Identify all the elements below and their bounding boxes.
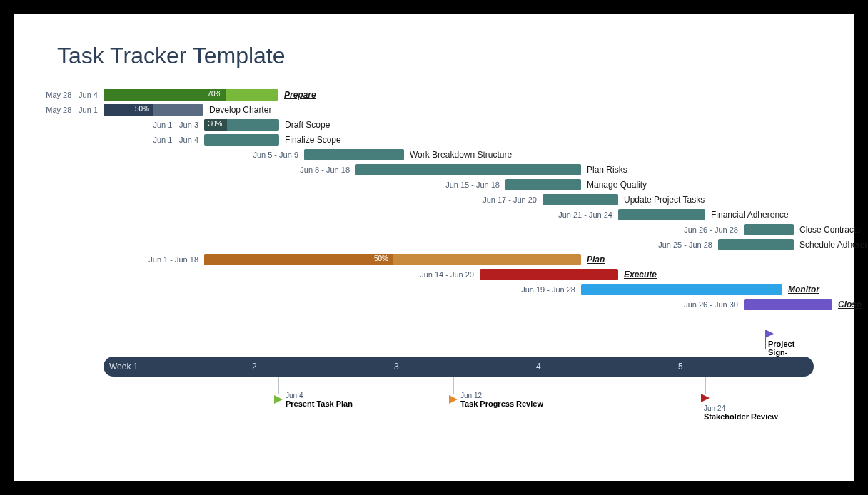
timeline-week: 5 — [672, 357, 814, 377]
task-label: Manage Quality — [587, 180, 647, 190]
task-label: Draft Scope — [285, 120, 330, 130]
task-date-range: Jun 5 - Jun 9 — [253, 150, 298, 159]
task-row: May 28 - Jun 470%Prepare — [64, 89, 849, 102]
task-bar[interactable] — [204, 134, 279, 146]
task-date-range: Jun 26 - Jun 30 — [684, 300, 738, 309]
timeline-week-label: 5 — [672, 362, 683, 372]
task-bar[interactable]: 50% — [104, 104, 203, 116]
task-date-range: Jun 17 - Jun 20 — [483, 195, 537, 204]
milestone-bottom[interactable]: Jun 24Stakeholder Review — [701, 391, 778, 421]
flag-icon — [274, 395, 283, 404]
timeline-week: 4 — [530, 357, 672, 377]
task-label: Financial Adherence — [711, 210, 789, 220]
task-bar-pct: 50% — [374, 255, 388, 262]
task-row: Jun 15 - Jun 18Manage Quality — [64, 179, 849, 192]
task-label: Work Breakdown Structure — [410, 150, 512, 160]
task-date-range: Jun 26 - Jun 28 — [684, 225, 738, 234]
task-row: Jun 25 - Jun 28Schedule Adherence — [64, 239, 849, 252]
phase-label: Prepare — [284, 90, 316, 100]
timeline-axis: Week 12345 — [104, 357, 814, 377]
milestone-label: Jun 12Task Progress Review — [460, 391, 543, 408]
task-row: Jun 1 - Jun 4Finalize Scope — [64, 134, 849, 147]
task-label: Develop Charter — [209, 105, 271, 115]
task-bar-pct: 50% — [135, 105, 149, 113]
task-row: Jun 14 - Jun 20Execute — [64, 269, 849, 282]
task-date-range: Jun 15 - Jun 18 — [445, 180, 500, 189]
task-row: Jun 19 - Jun 28Monitor — [64, 284, 849, 297]
task-bar[interactable] — [480, 269, 618, 280]
timeline-week-label: 4 — [530, 362, 541, 372]
task-bar-progress — [204, 254, 393, 265]
task-label: Plan Risks — [587, 165, 627, 175]
task-bar[interactable]: 70% — [104, 89, 278, 101]
task-date-range: Jun 8 - Jun 18 — [300, 165, 350, 174]
task-date-range: May 28 - Jun 1 — [46, 106, 98, 114]
task-bar[interactable] — [718, 239, 794, 250]
task-bar[interactable] — [505, 179, 581, 190]
task-row: May 28 - Jun 150%Develop Charter — [64, 104, 849, 117]
flag-icon — [449, 395, 458, 404]
milestone-label: Jun 4Present Task Plan — [286, 391, 353, 408]
task-row: Jun 1 - Jun 330%Draft Scope — [64, 119, 849, 132]
task-bar[interactable] — [542, 194, 618, 205]
task-label: Finalize Scope — [285, 135, 341, 145]
task-row: Jun 1 - Jun 1850%Plan — [64, 254, 849, 267]
task-bar[interactable] — [618, 209, 705, 220]
task-date-range: Jun 19 - Jun 28 — [521, 285, 575, 294]
task-bar[interactable] — [744, 299, 832, 310]
task-label: Update Project Tasks — [624, 195, 705, 205]
timeline-week: 3 — [388, 357, 530, 377]
task-row: Jun 5 - Jun 9Work Breakdown Structure — [64, 149, 849, 162]
milestone-label: Jun 24Stakeholder Review — [704, 404, 778, 421]
task-date-range: Jun 25 - Jun 28 — [658, 240, 712, 249]
task-bar[interactable] — [744, 224, 794, 235]
gantt-chart: May 28 - Jun 470%PrepareMay 28 - Jun 150… — [64, 89, 778, 467]
task-row: Jun 26 - Jun 28Close Contracts — [64, 224, 849, 237]
task-bar[interactable]: 50% — [204, 254, 581, 265]
task-date-range: May 28 - Jun 4 — [46, 91, 98, 99]
task-bar[interactable]: 30% — [204, 119, 279, 131]
timeline-week-label: Week 1 — [104, 362, 138, 372]
task-bar[interactable] — [355, 164, 581, 175]
phase-label: Plan — [587, 255, 605, 265]
timeline-week-label: 3 — [388, 362, 399, 372]
page-title: Task Tracker Template — [57, 43, 811, 69]
task-bar-pct: 70% — [207, 90, 221, 98]
phase-label: Close — [838, 300, 862, 310]
task-date-range: Jun 1 - Jun 4 — [153, 136, 198, 144]
milestone-bottom[interactable]: Jun 4Present Task Plan — [274, 391, 353, 408]
timeline-week-label: 2 — [246, 362, 257, 372]
page: Task Tracker Template May 28 - Jun 470%P… — [14, 14, 854, 481]
task-date-range: Jun 1 - Jun 18 — [148, 255, 198, 264]
timeline-week: Week 1 — [104, 357, 246, 377]
flag-icon — [701, 394, 710, 402]
timeline-week: 2 — [246, 357, 388, 377]
task-date-range: Jun 1 - Jun 3 — [153, 121, 198, 129]
task-row: Jun 26 - Jun 30Close — [64, 299, 849, 312]
task-bar[interactable] — [581, 284, 782, 295]
task-label: Close Contracts — [799, 225, 860, 235]
phase-label: Monitor — [788, 285, 819, 295]
task-bar-pct: 30% — [208, 120, 222, 128]
task-row: Jun 8 - Jun 18Plan Risks — [64, 164, 849, 177]
milestone-bottom[interactable]: Jun 12Task Progress Review — [449, 391, 543, 408]
task-row: Jun 17 - Jun 20Update Project Tasks — [64, 194, 849, 207]
phase-label: Execute — [624, 270, 657, 280]
task-label: Schedule Adherence — [799, 240, 868, 250]
task-row: Jun 21 - Jun 24Financial Adherence — [64, 209, 849, 222]
flag-icon — [765, 330, 774, 338]
task-bar[interactable] — [304, 149, 404, 160]
task-date-range: Jun 21 - Jun 24 — [558, 210, 612, 219]
task-date-range: Jun 14 - Jun 20 — [420, 270, 474, 279]
